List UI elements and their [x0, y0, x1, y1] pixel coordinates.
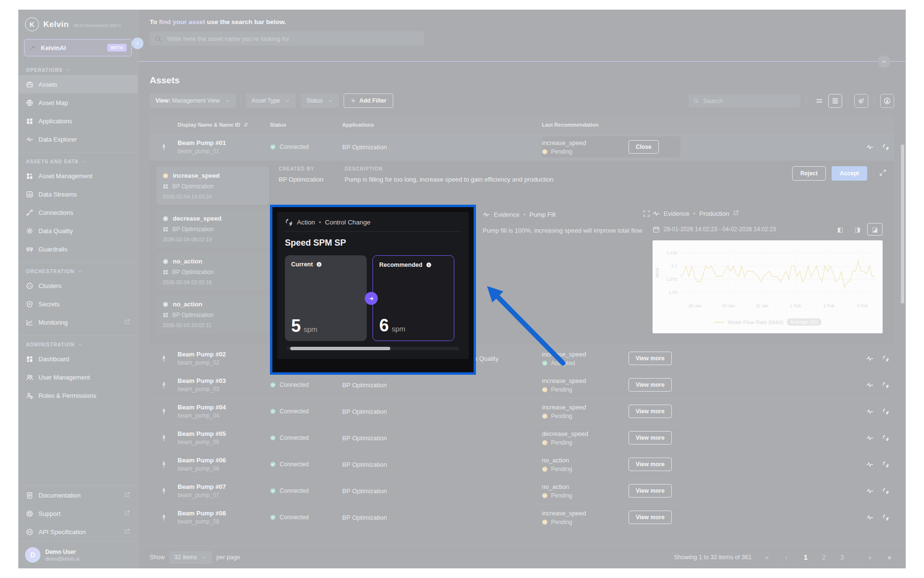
table-row[interactable]: Beam Pump #04beam_pump_04ConnectedBP Opt… — [150, 398, 894, 425]
last-page-button[interactable]: » — [885, 553, 894, 562]
control-change-icon[interactable] — [882, 408, 889, 415]
pin-row-button[interactable] — [150, 487, 178, 495]
sidebar-item-data-explorer[interactable]: Data Explorer — [18, 130, 138, 148]
status-select[interactable]: Status — [301, 93, 339, 108]
page-size-select[interactable]: 32 items — [169, 551, 211, 564]
pin-row-button[interactable] — [150, 514, 178, 521]
kelvin-ai-button[interactable]: KelvinAI BETA — [24, 39, 132, 56]
view-more-button[interactable]: View more — [629, 458, 672, 471]
control-change-icon[interactable] — [882, 381, 889, 389]
page-2-button[interactable]: 2 — [819, 553, 829, 562]
waveform-icon[interactable] — [866, 434, 873, 442]
close-button[interactable]: Close — [629, 140, 659, 154]
next-page-button[interactable]: › — [866, 553, 874, 562]
view-select[interactable]: View: Management View — [150, 93, 236, 108]
asset-display-name[interactable]: Beam Pump #07 — [178, 483, 270, 490]
sidebar-item-data-quality[interactable]: Data Quality — [18, 222, 138, 240]
recommendation-history-item[interactable]: increase_speedBP Optimization2026-02-04 … — [156, 167, 269, 205]
sidebar-item-clusters[interactable]: Clusters — [18, 276, 138, 295]
table-settings-button[interactable] — [854, 94, 868, 108]
pin-row-button[interactable] — [150, 434, 178, 442]
nav-section-assets-and-data[interactable]: ASSETS AND DATA — [18, 153, 138, 167]
sidebar-item-support[interactable]: Support — [18, 504, 138, 523]
table-scrollbar[interactable] — [901, 144, 904, 303]
nav-section-administration[interactable]: ADMINISTRATION — [18, 336, 138, 350]
sidebar-item-dashboard[interactable]: Dashboard — [18, 350, 138, 368]
sidebar-collapse-button[interactable] — [132, 38, 143, 49]
waveform-icon[interactable] — [866, 381, 873, 389]
sidebar-item-applications[interactable]: Applications — [18, 112, 138, 130]
control-change-icon[interactable] — [882, 144, 889, 151]
nav-section-operations[interactable]: OPERATIONS — [18, 61, 138, 75]
control-change-icon[interactable] — [882, 434, 889, 442]
asset-display-name[interactable]: Beam Pump #02 — [178, 351, 270, 358]
pin-row-button[interactable] — [150, 461, 178, 468]
asset-type-select[interactable]: Asset Type — [246, 93, 296, 108]
sidebar-item-user-management[interactable]: User Management — [18, 368, 138, 386]
user-profile[interactable]: D Demo User demo@kelvin.ai — [18, 541, 138, 568]
sidebar-item-connections[interactable]: Connections — [18, 203, 138, 222]
asset-display-name[interactable]: Beam Pump #05 — [178, 430, 270, 437]
column-display-name[interactable]: Display Name & Name ID — [178, 122, 270, 128]
pin-row-button[interactable] — [150, 381, 178, 389]
open-production-link[interactable] — [733, 210, 739, 217]
external-link-icon[interactable] — [733, 210, 739, 216]
find-your-asset-link[interactable]: find your asset — [159, 18, 205, 26]
page-3-button[interactable]: 3 — [837, 553, 847, 562]
logo[interactable]: K Kelvin BETA Environment (DEV) — [18, 10, 138, 36]
table-row[interactable]: Beam Pump #06beam_pump_06ConnectedBP Opt… — [150, 451, 894, 478]
chart-left-panel-toggle[interactable]: ◧ — [833, 223, 848, 236]
pin-row-button[interactable] — [150, 355, 178, 362]
control-change-icon[interactable] — [882, 487, 889, 495]
waveform-icon[interactable] — [866, 144, 873, 151]
accept-button[interactable]: Accept — [832, 166, 867, 181]
prev-page-button[interactable]: ‹ — [782, 553, 790, 562]
view-more-button[interactable]: View more — [629, 378, 672, 392]
water-flow-chart[interactable]: 1.051.0751.11.12529 Jan30 Jan31 Jan1 Feb… — [653, 240, 883, 333]
column-status[interactable]: Status — [270, 122, 342, 128]
sidebar-item-data-streams[interactable]: Data Streams — [18, 185, 138, 203]
asset-display-name[interactable]: Beam Pump #03 — [178, 377, 270, 384]
first-page-button[interactable]: « — [762, 553, 772, 562]
table-row[interactable]: Beam Pump #08beam_pump_08ConnectedBP Opt… — [150, 504, 894, 531]
sidebar-item-api-specification[interactable]: API Specification — [18, 523, 138, 541]
view-more-button[interactable]: View more — [629, 405, 672, 418]
waveform-icon[interactable] — [866, 355, 873, 362]
sidebar-item-asset-map[interactable]: Asset Map — [18, 93, 138, 112]
detailed-view-toggle[interactable] — [828, 94, 842, 108]
table-row[interactable]: Beam Pump #01beam_pump_01ConnectedBP Opt… — [150, 134, 894, 160]
control-change-icon[interactable] — [882, 355, 889, 362]
recommendation-history-item[interactable]: no_actionBP Optimization2026-02-04 02:02… — [156, 252, 269, 290]
sidebar-item-assets[interactable]: Assets — [18, 75, 138, 93]
table-search-input[interactable] — [702, 97, 796, 105]
sidebar-item-monitoring[interactable]: Monitoring — [18, 313, 138, 331]
waveform-icon[interactable] — [866, 514, 873, 521]
view-more-button[interactable]: View more — [629, 511, 672, 524]
view-more-button[interactable]: View more — [629, 484, 672, 498]
control-change-icon[interactable] — [882, 514, 889, 521]
control-change-icon[interactable] — [882, 461, 889, 468]
fullscreen-icon[interactable] — [643, 210, 650, 217]
export-button[interactable] — [880, 94, 894, 108]
sidebar-item-documentation[interactable]: Documentation — [18, 486, 138, 504]
nav-section-orchestration[interactable]: ORCHESTRATION — [18, 263, 138, 276]
table-row[interactable]: Beam Pump #05beam_pump_05ConnectedBP Opt… — [150, 425, 894, 451]
table-row[interactable]: Beam Pump #07beam_pump_07ConnectedBP Opt… — [150, 478, 894, 504]
sidebar-item-secrets[interactable]: Secrets — [18, 295, 138, 313]
recommendation-history-item[interactable]: decrease_speedBP Optimization2026-02-04 … — [156, 210, 269, 248]
table-row[interactable]: Beam Pump #03beam_pump_03ConnectedBP Opt… — [150, 372, 894, 398]
chart-only-toggle[interactable]: ◪ — [867, 223, 883, 236]
expand-icon[interactable] — [879, 169, 886, 176]
chart-right-panel-toggle[interactable]: ◨ — [850, 223, 865, 236]
waveform-icon[interactable] — [866, 461, 873, 468]
asset-display-name[interactable]: Beam Pump #06 — [178, 457, 270, 464]
compact-view-toggle[interactable] — [812, 94, 826, 108]
waveform-icon[interactable] — [866, 408, 873, 415]
column-last-recommendation[interactable]: Last Recommendation — [542, 122, 629, 128]
scroll-top-button[interactable] — [878, 55, 890, 68]
sparkle-icon[interactable] — [29, 44, 37, 52]
sidebar-item-roles-permissions[interactable]: Roles & Permissions — [18, 386, 138, 405]
column-applications[interactable]: Applications — [342, 122, 542, 128]
asset-search-input[interactable] — [166, 35, 419, 43]
view-more-button[interactable]: View more — [629, 431, 672, 445]
